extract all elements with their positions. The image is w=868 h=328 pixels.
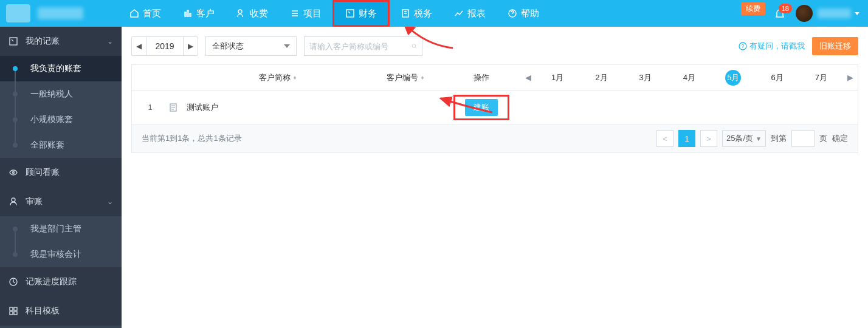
sort-icon: ♦: [293, 74, 296, 81]
sidebar-group-advisor[interactable]: 顾问看账: [0, 158, 122, 187]
row-doc-icon: [168, 103, 187, 112]
svg-rect-11: [10, 307, 13, 310]
svg-point-9: [12, 198, 15, 202]
col-month-1[interactable]: 1月: [536, 72, 579, 83]
goto-prefix: 到第: [771, 133, 787, 144]
table-row: 1 测试账户 建账: [132, 91, 858, 125]
goto-confirm-button[interactable]: 确定: [832, 133, 848, 144]
nav-finance[interactable]: 财务: [332, 0, 390, 27]
bell-button[interactable]: 18: [774, 7, 786, 19]
col-customer-name[interactable]: 客户简称♦: [187, 72, 369, 83]
nav-report[interactable]: 报表: [443, 0, 497, 27]
nav-fee[interactable]: 收费: [226, 0, 279, 27]
goto-page-input[interactable]: [791, 130, 815, 147]
col-label: 4月: [683, 72, 695, 83]
svg-rect-2: [190, 13, 191, 16]
sidebar-label: 我的记账: [26, 36, 107, 47]
fee-icon: [236, 9, 246, 18]
project-icon: [290, 9, 300, 18]
col-label: 1月: [551, 72, 563, 83]
sidebar-group-audit[interactable]: 审账 ⌄: [0, 187, 122, 216]
sidebar-item-audit-accountant[interactable]: 我是审核会计: [0, 242, 122, 267]
customer-icon: [183, 9, 193, 18]
col-label: 客户编号: [387, 72, 418, 83]
avatar[interactable]: [796, 5, 813, 22]
year-prev-button[interactable]: ◀: [132, 37, 146, 55]
sidebar-label: 顾问看账: [26, 167, 60, 178]
cell-customer-name: 测试账户: [187, 102, 369, 113]
logo: [6, 4, 30, 22]
search-input[interactable]: [309, 42, 412, 51]
svg-rect-13: [10, 312, 13, 315]
user-menu-caret-icon[interactable]: [855, 12, 859, 15]
status-value: 全部状态: [212, 41, 244, 52]
year-next-button[interactable]: ▶: [183, 37, 198, 55]
year-value: 2019: [146, 37, 183, 55]
sidebar-item-small-scale[interactable]: 小规模账套: [0, 107, 122, 132]
svg-point-8: [13, 172, 15, 174]
month-prev-button[interactable]: ◀: [521, 73, 536, 82]
renew-badge[interactable]: 续费: [741, 2, 765, 15]
sidebar-group-template[interactable]: 科目模板: [0, 296, 122, 326]
sidebar-item-label: 全部账套: [30, 140, 64, 151]
cell-operation: 建账: [442, 95, 521, 120]
col-label: 6月: [771, 72, 783, 83]
tax-icon: [401, 9, 410, 18]
home-icon: [129, 9, 139, 18]
month-next-button[interactable]: ▶: [843, 73, 858, 82]
table-footer: 当前第1到1条，总共1条记录 < 1 > 25条/页 ▼ 到第 页 确定: [132, 125, 858, 152]
col-month-5[interactable]: 5月: [711, 70, 755, 86]
status-select[interactable]: 全部状态: [205, 36, 297, 56]
summary-text: 当前第1到1条，总共1条记录: [142, 133, 242, 144]
sidebar-item-dept-head[interactable]: 我是部门主管: [0, 216, 122, 242]
sidebar: 我的记账 ⌄ 我负责的账套 一般纳税人 小规模账套 全部账套 顾问看账 审账 ⌄…: [0, 27, 122, 328]
migrate-button[interactable]: 旧账迁移: [812, 37, 858, 55]
svg-text:?: ?: [741, 43, 744, 49]
grid-icon: [9, 306, 18, 316]
sidebar-group-my-accounts[interactable]: 我的记账 ⌄: [0, 27, 122, 56]
col-month-7[interactable]: 7月: [799, 72, 843, 83]
report-icon: [454, 9, 464, 18]
goto-suffix: 页: [819, 133, 827, 144]
page-number-button[interactable]: 1: [678, 130, 695, 147]
col-label: 客户简称: [259, 72, 291, 83]
table-header: 客户简称♦ 客户编号♦ 操作 ◀ 1月 2月 3月 4月 5月 6月 7月 ▶: [132, 65, 858, 91]
col-label: 5月: [725, 70, 741, 86]
year-picker: ◀ 2019 ▶: [131, 36, 198, 56]
col-month-4[interactable]: 4月: [667, 72, 711, 83]
sidebar-item-label: 一般纳税人: [30, 89, 73, 100]
page-prev-button[interactable]: <: [656, 130, 673, 147]
nav-project[interactable]: 项目: [279, 0, 332, 27]
sidebar-group-progress[interactable]: 记账进度跟踪: [0, 267, 122, 296]
sidebar-item-my-accounts[interactable]: 我负责的账套: [0, 56, 122, 81]
finance-icon: [345, 9, 355, 18]
user-icon: [9, 197, 18, 207]
col-customer-code[interactable]: 客户编号♦: [369, 72, 442, 83]
svg-point-3: [238, 10, 242, 13]
nav-label: 首页: [143, 8, 161, 19]
nav-help[interactable]: 帮助: [497, 0, 550, 27]
nav-label: 收费: [250, 8, 268, 19]
create-account-button[interactable]: 建账: [465, 99, 498, 116]
chevron-down-icon: ⌄: [107, 197, 113, 206]
nav-home[interactable]: 首页: [119, 0, 172, 27]
help-link[interactable]: ? 有疑问，请戳我: [739, 41, 805, 52]
question-icon: ?: [739, 42, 747, 50]
search-box: [304, 36, 422, 56]
dropdown-caret-icon: [284, 44, 290, 48]
nav-tax[interactable]: 税务: [390, 0, 443, 27]
col-month-6[interactable]: 6月: [755, 72, 799, 83]
col-label: 3月: [639, 72, 652, 83]
page-next-button[interactable]: >: [700, 130, 717, 147]
nav-customer[interactable]: 客户: [172, 0, 226, 27]
search-icon[interactable]: [412, 41, 417, 51]
page-size-select[interactable]: 25条/页 ▼: [722, 130, 766, 147]
help-icon: [508, 9, 517, 18]
sidebar-item-all-accounts[interactable]: 全部账套: [0, 132, 122, 158]
edit-icon: [9, 36, 18, 46]
sidebar-item-general-taxpayer[interactable]: 一般纳税人: [0, 81, 122, 107]
col-month-3[interactable]: 3月: [624, 72, 667, 83]
col-month-2[interactable]: 2月: [579, 72, 623, 83]
data-table: 客户简称♦ 客户编号♦ 操作 ◀ 1月 2月 3月 4月 5月 6月 7月 ▶ …: [131, 64, 858, 153]
nav-label: 报表: [467, 8, 486, 19]
